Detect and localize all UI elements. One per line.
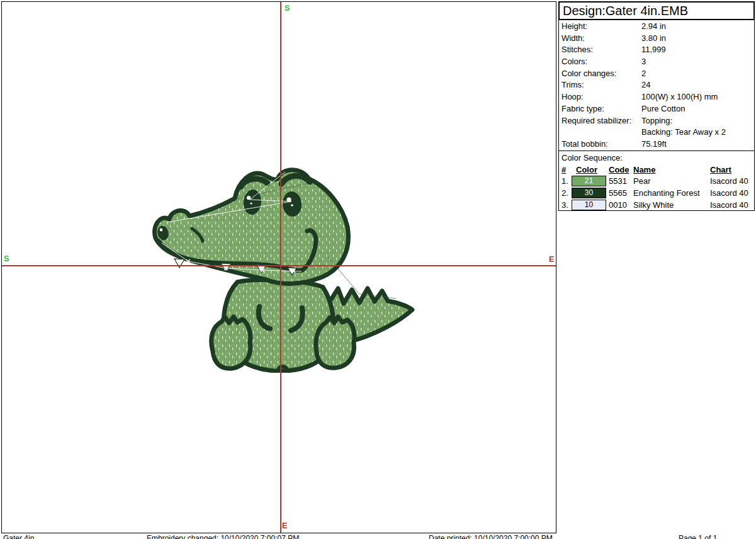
color-swatch: 10 [572,200,606,210]
thread-name: Pear [633,176,650,186]
print-preview-page: S S E E Design:Gater 4in.EMB Height: 2.9… [0,0,756,539]
snout-glint [159,254,162,256]
detail-label: Height: [561,21,587,31]
detail-value: Topping: [641,116,672,125]
detail-value: 2 [641,69,646,78]
right-eye-glint-small [291,204,293,207]
design-title: Design:Gater 4in.EMB [558,1,755,20]
crosshair-vertical [280,2,281,533]
detail-row-stabilizer: Required stabilizer: Topping: Backing: T… [559,115,754,138]
detail-row-colors: Colors: 3 [559,55,754,67]
col-header-chart: Chart [710,165,731,174]
detail-row-fabric: Fabric type: Pure Cotton [559,103,754,115]
thread-chart: Isacord 40 [710,188,748,198]
detail-label: Hoop: [561,92,584,101]
col-header-code: Code [609,165,629,174]
thread-code: 0010 [609,200,627,210]
crosshair-horizontal [2,265,556,266]
thread-code: 5531 [609,176,627,186]
detail-label: Width: [561,33,585,43]
color-swatch: 30 [572,188,606,198]
start-marker-top: S [285,4,290,12]
detail-value-line2: Backing: Tear Away x 2 [641,127,726,137]
end-marker-bottom: E [282,521,288,530]
color-sequence-heading: Color Sequence: [561,153,623,162]
thread-name: Silky White [633,200,674,210]
detail-label: Stitches: [561,45,593,54]
detail-value: Pure Cotton [641,104,685,113]
detail-row-bobbin: Total bobbin: 75.19ft [559,138,754,150]
detail-row-stitches: Stitches: 11,999 [559,43,754,55]
col-header-color: Color [576,165,597,174]
thread-name: Enchanting Forest [633,188,700,198]
design-details: Height: 2.94 in Width: 3.80 in Stitches:… [558,20,755,151]
color-sequence-section: Color Sequence: # Color Code Name Chart … [558,151,755,211]
detail-value: 75.19ft [641,139,667,149]
color-swatch: 21 [572,176,606,186]
design-canvas: S S E E [1,1,556,533]
detail-value: 11,999 [641,45,666,54]
page-footer: Gater 4in Embroidery changed: 10/10/2020… [0,534,756,539]
detail-row-color-changes: Color changes: 2 [559,67,754,79]
color-row-2: 2. 30 5565 Enchanting Forest Isacord 40 [559,187,754,199]
detail-label: Color changes: [561,69,616,78]
footer-page-number: Page 1 of 1 [679,534,717,539]
end-marker-right: E [549,255,555,263]
col-header-num: # [561,165,566,174]
detail-value: 2.94 in [641,21,666,31]
detail-row-height: Height: 2.94 in [559,20,754,32]
detail-label: Trims: [561,80,584,89]
detail-row-trims: Trims: 24 [559,79,754,91]
detail-value: 3 [641,57,646,66]
thread-chart: Isacord 40 [710,176,748,186]
start-marker-left: S [4,254,9,263]
detail-row-hoop: Hoop: 100(W) x 100(H) mm [559,91,754,103]
detail-label: Fabric type: [561,104,604,113]
gator-head [155,170,349,284]
row-num: 2. [561,188,568,198]
footer-print-date: Date printed: 10/10/2020 7:00:00 PM [429,534,553,539]
col-header-name: Name [633,165,655,174]
gator-left-foot [212,317,251,368]
detail-label: Total bobbin: [561,139,608,149]
nostril-glint [160,229,163,232]
footer-saved-date: Embroidery changed: 10/10/2020 7:00:07 P… [147,534,299,539]
footer-design-name: Gater 4in [3,534,34,539]
row-num: 1. [561,176,568,186]
gator-embroidery-design [152,164,416,373]
detail-value: 100(W) x 100(H) mm [641,92,718,101]
detail-value: 3.80 in [641,33,666,43]
thread-chart: Isacord 40 [710,200,748,210]
row-num: 3. [561,200,568,210]
thread-code: 5565 [609,188,627,198]
design-info-panel: Design:Gater 4in.EMB Height: 2.94 in Wid… [558,1,755,211]
gator-right-foot [316,317,354,368]
detail-label: Required stabilizer: [561,116,631,125]
detail-value: 24 [641,80,650,89]
color-row-1: 1. 21 5531 Pear Isacord 40 [559,175,754,187]
detail-row-width: Width: 3.80 in [559,32,754,44]
detail-label: Colors: [561,57,587,66]
left-eye-glint-small [250,202,252,204]
color-row-3: 3. 10 0010 Silky White Isacord 40 [559,199,754,211]
